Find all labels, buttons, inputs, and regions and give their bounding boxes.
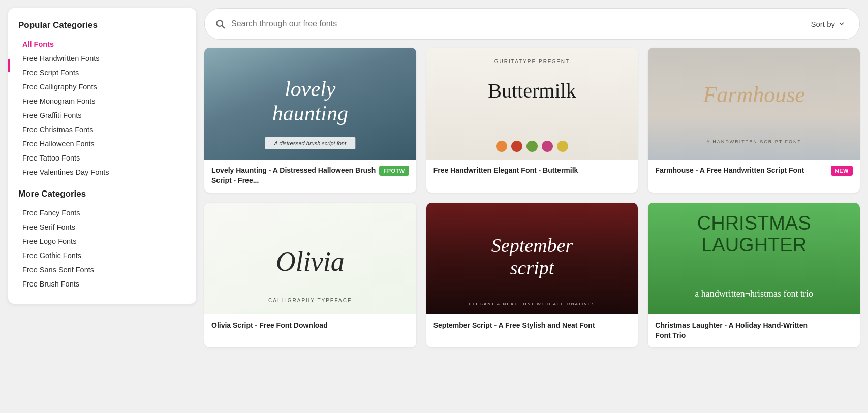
- font-card-body: Free Handwritten Elegant Font - Buttermi…: [426, 160, 638, 183]
- popular-categories-title: Popular Categories: [18, 20, 186, 30]
- sidebar-item-christmas[interactable]: Free Christmas Fonts: [18, 123, 186, 136]
- font-card-image: [204, 203, 416, 314]
- sidebar-item-gothic[interactable]: Free Gothic Fonts: [18, 249, 186, 262]
- fpotw-badge: FPOTW: [379, 166, 409, 176]
- font-card-image: [426, 203, 638, 314]
- svg-line-1: [222, 26, 225, 28]
- sidebar-item-script[interactable]: Free Script Fonts: [18, 66, 186, 79]
- font-card-september[interactable]: September Script - A Free Stylish and Ne…: [426, 203, 638, 347]
- sidebar-item-tattoo[interactable]: Free Tattoo Fonts: [18, 151, 186, 165]
- font-card-image: [648, 203, 860, 314]
- flower-dot: [557, 141, 568, 152]
- new-badge: NEW: [831, 166, 853, 176]
- sort-by-button[interactable]: Sort by: [807, 18, 849, 30]
- search-icon: [215, 19, 225, 29]
- main-content: Sort by Lovely Haunting - A Distressed H…: [204, 8, 860, 347]
- sidebar-item-handwritten[interactable]: Free Handwritten Fonts: [18, 52, 186, 65]
- sidebar-item-graffiti[interactable]: Free Graffiti Fonts: [18, 109, 186, 122]
- search-bar: Sort by: [204, 8, 860, 40]
- font-card-image: [204, 48, 416, 160]
- sidebar-item-serif[interactable]: Free Serif Fonts: [18, 220, 186, 234]
- font-grid: Lovely Haunting - A Distressed Halloween…: [204, 48, 860, 347]
- font-card-body: September Script - A Free Stylish and Ne…: [426, 314, 638, 338]
- flower-dot: [511, 141, 522, 152]
- search-input[interactable]: [231, 19, 800, 28]
- font-card-olivia[interactable]: Olivia Script - Free Font Download: [204, 203, 416, 347]
- font-card-body: Christmas Laughter - A Holiday Hand-Writ…: [648, 314, 860, 347]
- font-card-title: Christmas Laughter - A Holiday Hand-Writ…: [655, 321, 853, 340]
- font-card-title: Free Handwritten Elegant Font - Buttermi…: [433, 166, 631, 176]
- buttermilk-subtitle: GURITATYPE PRESENT: [426, 59, 638, 65]
- sidebar-item-logo[interactable]: Free Logo Fonts: [18, 235, 186, 248]
- font-card-title: Olivia Script - Free Font Download: [211, 321, 409, 331]
- sidebar-item-sans-serif[interactable]: Free Sans Serif Fonts: [18, 263, 186, 276]
- sidebar-item-monogram[interactable]: Free Monogram Fonts: [18, 94, 186, 108]
- font-card-image: [648, 48, 860, 160]
- font-card-lovely-haunting[interactable]: Lovely Haunting - A Distressed Halloween…: [204, 48, 416, 193]
- font-card-image: GURITATYPE PRESENT: [426, 48, 638, 160]
- sidebar-item-calligraphy[interactable]: Free Calligraphy Fonts: [18, 80, 186, 93]
- sidebar-item-halloween[interactable]: Free Halloween Fonts: [18, 137, 186, 150]
- chevron-down-icon: [838, 20, 845, 27]
- flower-dot: [542, 141, 553, 152]
- font-card-title: Farmhouse - A Free Handwritten Script Fo…: [655, 166, 853, 176]
- sidebar: Popular Categories All Fonts Free Handwr…: [8, 8, 196, 304]
- font-card-body: Olivia Script - Free Font Download: [204, 314, 416, 338]
- font-card-body: Lovely Haunting - A Distressed Halloween…: [204, 160, 416, 193]
- font-card-body: Farmhouse - A Free Handwritten Script Fo…: [648, 160, 860, 183]
- popular-nav: All Fonts Free Handwritten Fonts Free Sc…: [18, 38, 186, 179]
- buttermilk-flowers: [496, 141, 568, 152]
- more-nav: Free Fancy Fonts Free Serif Fonts Free L…: [18, 206, 186, 291]
- font-card-christmas[interactable]: Christmas Laughter - A Holiday Hand-Writ…: [648, 203, 860, 347]
- more-categories-title: More Categories: [18, 189, 186, 199]
- font-card-buttermilk[interactable]: GURITATYPE PRESENT Free Handwritten Eleg…: [426, 48, 638, 193]
- sidebar-item-brush[interactable]: Free Brush Fonts: [18, 277, 186, 291]
- flower-dot: [496, 141, 507, 152]
- sort-by-label: Sort by: [811, 20, 835, 28]
- sidebar-item-valentines[interactable]: Free Valentines Day Fonts: [18, 166, 186, 179]
- flower-dot: [526, 141, 538, 152]
- active-indicator: [8, 59, 10, 72]
- sidebar-item-fancy[interactable]: Free Fancy Fonts: [18, 206, 186, 219]
- sidebar-item-all-fonts[interactable]: All Fonts: [18, 38, 186, 51]
- font-card-farmhouse[interactable]: Farmhouse - A Free Handwritten Script Fo…: [648, 48, 860, 193]
- font-card-title: September Script - A Free Stylish and Ne…: [433, 321, 631, 331]
